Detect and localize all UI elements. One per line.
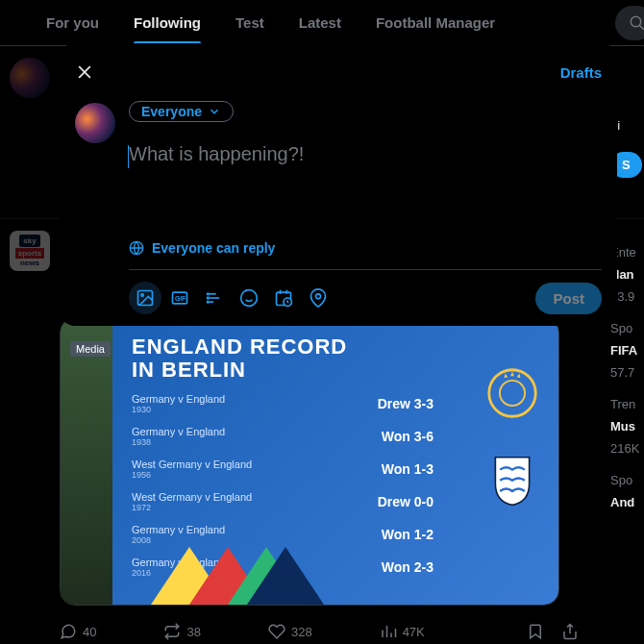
chevron-down-icon — [208, 105, 221, 118]
close-button[interactable] — [75, 62, 94, 82]
like-button[interactable]: 328 — [268, 623, 312, 640]
svg-point-2 — [489, 370, 536, 417]
svg-line-1 — [639, 25, 644, 30]
media-button[interactable] — [129, 282, 161, 314]
sky-logo-bot: news — [20, 259, 39, 267]
svg-point-0 — [631, 16, 641, 27]
tab-latest[interactable]: Latest — [282, 0, 359, 45]
card-record-row: Germany v England2008Won 1-2 — [132, 524, 539, 545]
reply-settings[interactable]: Everyone can reply — [129, 240, 602, 270]
card-record-row: Germany v England1938Won 3-6 — [132, 426, 539, 447]
trend-topic[interactable]: FIFA — [610, 343, 644, 358]
germany-badge-icon — [485, 366, 539, 420]
audience-selector[interactable]: Everyone — [129, 101, 234, 122]
svg-point-12 — [141, 294, 144, 297]
tab-test[interactable]: Test — [218, 0, 282, 45]
avatar-sky-sports[interactable]: sky sports news — [10, 231, 50, 271]
location-button[interactable] — [302, 282, 334, 314]
trend-count: 216K — [610, 441, 644, 456]
views-button[interactable]: 47K — [380, 623, 425, 640]
reply-button[interactable]: 40 — [60, 623, 96, 640]
compose-toolbar: GIF Post — [129, 270, 602, 314]
svg-point-3 — [500, 381, 525, 406]
card-title-2: IN BERLIN — [132, 359, 539, 382]
gif-icon: GIF — [170, 288, 189, 308]
post-button[interactable]: Post — [535, 283, 602, 314]
card-title-1: ENGLAND RECORD — [132, 335, 539, 359]
compose-modal: Drafts Everyone What is happening?! Ever… — [60, 43, 617, 326]
search-button[interactable] — [615, 6, 644, 40]
tab-following[interactable]: Following — [116, 0, 218, 45]
gif-button[interactable]: GIF — [163, 282, 196, 314]
svg-point-18 — [208, 293, 210, 295]
heart-icon — [268, 623, 285, 640]
emoji-icon — [239, 288, 259, 308]
compose-input[interactable]: What is happening?! — [129, 143, 602, 165]
svg-point-21 — [241, 290, 258, 307]
compose-avatar[interactable] — [75, 103, 115, 143]
timeline-tabs: For you Following Test Latest Football M… — [0, 0, 644, 46]
trend-count: 57.7 — [610, 365, 644, 380]
tab-for-you[interactable]: For you — [29, 0, 116, 45]
emoji-button[interactable] — [233, 282, 265, 314]
trend-topic[interactable]: Mus — [610, 419, 644, 433]
views-count: 47K — [403, 625, 425, 639]
globe-icon — [129, 240, 144, 256]
card-stadium-photo — [61, 318, 112, 605]
tab-football-manager[interactable]: Football Manager — [359, 0, 512, 45]
poll-button[interactable] — [198, 282, 231, 314]
card-record-row: West Germany v England1956Won 1-3 — [132, 458, 539, 480]
card-decoration — [151, 547, 324, 605]
views-icon — [380, 623, 397, 640]
svg-point-20 — [208, 301, 210, 303]
trend-topic[interactable]: And — [610, 495, 644, 509]
text-caret — [128, 145, 129, 168]
compose-placeholder-text: What is happening?! — [129, 143, 304, 164]
share-icon[interactable] — [561, 623, 579, 640]
repost-count: 38 — [186, 625, 200, 639]
england-badge-icon — [485, 453, 539, 507]
repost-icon — [163, 623, 181, 640]
drafts-button[interactable]: Drafts — [560, 64, 602, 81]
card-record-row: West Germany v England1972Drew 0-0 — [132, 491, 539, 512]
repost-button[interactable]: 38 — [163, 623, 200, 640]
trend-category: Spo — [610, 473, 644, 487]
reply-count: 40 — [83, 625, 96, 639]
card-main: ENGLAND RECORD IN BERLIN Germany v Engla… — [112, 318, 558, 605]
post-action-bar: 40 38 328 47K — [60, 623, 579, 640]
card-record-row: Germany v England1930Drew 3-3 — [132, 393, 539, 414]
bookmark-icon[interactable] — [527, 623, 544, 640]
image-icon — [136, 288, 155, 308]
sky-logo-top: sky — [19, 235, 39, 247]
trend-category: Spo — [610, 321, 644, 335]
media-tooltip: Media — [70, 341, 111, 357]
embedded-image-card[interactable]: ENGLAND RECORD IN BERLIN Germany v Engla… — [60, 317, 559, 606]
svg-point-28 — [316, 294, 321, 299]
svg-point-19 — [208, 297, 210, 299]
poll-icon — [205, 288, 224, 308]
schedule-button[interactable] — [267, 282, 300, 314]
location-icon — [309, 288, 328, 308]
svg-text:GIF: GIF — [175, 295, 186, 302]
search-icon — [629, 14, 644, 32]
trend-category: Tren — [610, 397, 644, 411]
like-count: 328 — [291, 625, 312, 639]
schedule-icon — [274, 288, 293, 308]
sky-logo-mid: sports — [15, 248, 44, 259]
audience-label: Everyone — [141, 104, 202, 119]
reply-icon — [60, 623, 77, 640]
reply-label: Everyone can reply — [152, 240, 275, 256]
close-icon — [75, 62, 94, 82]
avatar[interactable] — [10, 58, 50, 98]
